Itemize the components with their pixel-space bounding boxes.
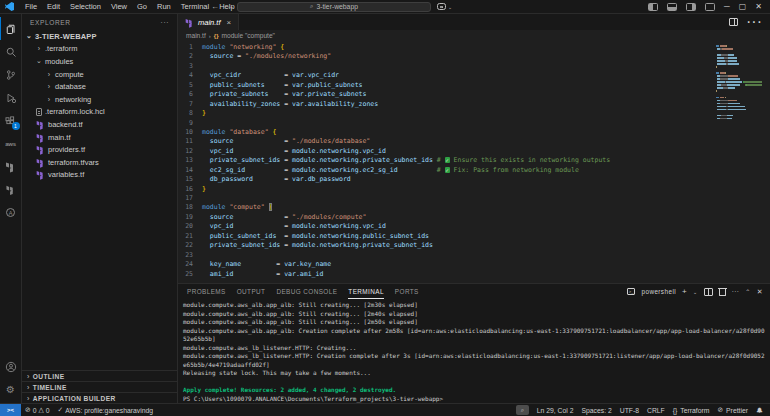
explorer-title: EXPLORER: [30, 19, 71, 26]
section-outline[interactable]: ›OUTLINE: [22, 370, 177, 381]
terminal-output[interactable]: module.compute.aws_alb.app_alb: Still cr…: [178, 299, 770, 403]
tree-item-providers-tf[interactable]: providers.tf: [22, 143, 177, 156]
tree-item-backend-tf[interactable]: backend.tf: [22, 118, 177, 131]
line-number: 7: [178, 100, 202, 109]
cursor-position[interactable]: Ln 29, Col 2: [537, 407, 574, 414]
close-panel-icon[interactable]: ✕: [757, 288, 763, 296]
section-timeline[interactable]: ›TIMELINE: [22, 381, 177, 392]
tree-item-modules[interactable]: ⌄modules: [22, 55, 177, 68]
toggle-secondary-sidebar-icon[interactable]: [686, 3, 696, 11]
minimap-line: [716, 81, 762, 83]
tree-item--terraform[interactable]: ›.terraform: [22, 43, 177, 56]
formatter-status[interactable]: ⊘ Prettier: [717, 406, 748, 414]
notifications-bell-icon[interactable]: 🔔︎: [756, 407, 763, 414]
panel-tab-ports[interactable]: PORTS: [395, 284, 419, 299]
tree-item-terraform-tfvars[interactable]: terraform.tfvars: [22, 156, 177, 169]
menu-edit[interactable]: Edit: [42, 2, 65, 11]
terraform-cloud-view-button[interactable]: [0, 178, 22, 201]
explorer-view-button[interactable]: [0, 17, 22, 40]
line-number: 4: [178, 71, 202, 80]
tree-item-variables-tf[interactable]: variables.tf: [22, 169, 177, 182]
editor-tab-bar: main.tf × ···: [178, 14, 770, 30]
tree-item-networking[interactable]: ›networking: [22, 93, 177, 106]
problems-status[interactable]: ⊘ 0 △ 0: [21, 406, 54, 414]
copilot-menu[interactable]: ⌄: [437, 3, 452, 10]
eol-status[interactable]: CRLF: [647, 407, 665, 414]
amazon-q-view-button[interactable]: A: [0, 201, 22, 224]
section-application-builder[interactable]: ›APPLICATION BUILDER: [22, 392, 177, 403]
line-number: 3: [178, 62, 202, 71]
chevron-right-icon: ›: [46, 96, 52, 103]
menu-selection[interactable]: Selection: [65, 2, 106, 11]
indentation-status[interactable]: Spaces: 2: [581, 407, 611, 414]
menu-terminal[interactable]: Terminal: [176, 2, 214, 11]
nav-forward-icon[interactable]: →: [226, 2, 234, 11]
panel-tab-debug-console[interactable]: DEBUG CONSOLE: [276, 284, 337, 299]
panel-more-actions-icon[interactable]: ···: [732, 288, 740, 295]
split-editor-icon[interactable]: [729, 18, 738, 26]
toggle-sidebar-icon[interactable]: [648, 3, 658, 11]
source-control-view-button[interactable]: [0, 63, 22, 86]
aws-toolkit-view-button[interactable]: aws: [0, 132, 22, 155]
maximize-panel-icon[interactable]: ⌃: [745, 288, 750, 295]
tree-item-main-tf[interactable]: main.tf: [22, 131, 177, 144]
line-number: 5: [178, 81, 202, 90]
panel-tab-output[interactable]: OUTPUT: [237, 284, 266, 299]
minimap-line: [716, 48, 762, 50]
terminal-line: 52e65b5b]: [183, 335, 770, 344]
window-maximize-button[interactable]: ▢: [739, 2, 747, 11]
customize-layout-icon[interactable]: [705, 3, 715, 11]
tree-item-compute[interactable]: ›compute: [22, 68, 177, 81]
search-view-button[interactable]: [0, 40, 22, 63]
terraform-icon: [37, 133, 45, 141]
nav-back-icon[interactable]: ←: [211, 2, 219, 11]
editor-more-actions-icon[interactable]: ···: [746, 13, 762, 31]
encoding-status[interactable]: UTF-8: [620, 407, 639, 414]
code-editor[interactable]: 1module "networking" {2 source = "./modu…: [178, 41, 770, 283]
code-line-20: 20 vpc_id = module.networking.vpc_id: [178, 222, 770, 231]
breadcrumb-symbol[interactable]: module "compute": [221, 32, 274, 39]
breadcrumb-file[interactable]: main.tf: [186, 32, 206, 39]
breadcrumb[interactable]: main.tf › {} module "compute": [178, 30, 770, 41]
language-label: Terraform: [680, 407, 709, 414]
accounts-button[interactable]: [0, 355, 22, 378]
split-terminal-icon[interactable]: [704, 288, 713, 296]
line-text: availability_zones = var.availability_zo…: [202, 100, 378, 109]
menu-go[interactable]: Go: [132, 2, 152, 11]
tree-item-label: providers.tf: [48, 145, 85, 154]
settings-button[interactable]: ⚙: [0, 378, 22, 401]
run-debug-icon: [5, 92, 17, 104]
line-number: 25: [178, 270, 202, 279]
line-number: 11: [178, 137, 202, 146]
menu-run[interactable]: Run: [152, 2, 176, 11]
tree-root-folder[interactable]: ⌄3-TIER-WEBAPP: [22, 30, 177, 43]
explorer-more-actions-icon[interactable]: ···: [161, 19, 169, 26]
remote-indicator[interactable]: ><: [0, 404, 21, 416]
tree-item-database[interactable]: ›database: [22, 80, 177, 93]
menu-file[interactable]: File: [20, 2, 42, 11]
language-status[interactable]: {} Terraform: [673, 407, 710, 414]
menu-view[interactable]: View: [106, 2, 132, 11]
chevron-right-icon: ›: [27, 384, 30, 391]
aws-profile-status[interactable]: ✓ AWS: profile:ganesharavindg: [54, 406, 157, 414]
terminal-dropdown-chevron-icon[interactable]: ⌄: [693, 289, 698, 295]
new-terminal-icon[interactable]: +: [682, 287, 687, 296]
terraform-view-button[interactable]: [0, 155, 22, 178]
line-number: 15: [178, 175, 202, 184]
minimap[interactable]: [716, 45, 762, 121]
toggle-panel-icon[interactable]: [667, 3, 677, 11]
chevron-right-icon: ›: [209, 33, 211, 39]
tree-item--terraform-lock-hcl[interactable]: .terraform.lock.hcl: [22, 106, 177, 119]
zoom-indicator[interactable]: ⌕: [516, 405, 529, 415]
panel-tab-terminal[interactable]: TERMINAL: [348, 284, 384, 299]
extensions-view-button[interactable]: 1: [0, 109, 22, 132]
run-debug-view-button[interactable]: [0, 86, 22, 109]
tab-main-tf[interactable]: main.tf ×: [178, 14, 239, 30]
window-close-button[interactable]: ✕: [755, 2, 762, 11]
window-minimize-button[interactable]: ─: [724, 2, 730, 11]
terminal-shell-label[interactable]: powershell: [641, 288, 676, 295]
kill-terminal-icon[interactable]: [719, 288, 726, 296]
tab-close-icon[interactable]: ×: [227, 18, 232, 27]
panel-tab-problems[interactable]: PROBLEMS: [187, 284, 226, 299]
command-center-search[interactable]: ⌕ 3-tier-webapp: [237, 2, 431, 12]
